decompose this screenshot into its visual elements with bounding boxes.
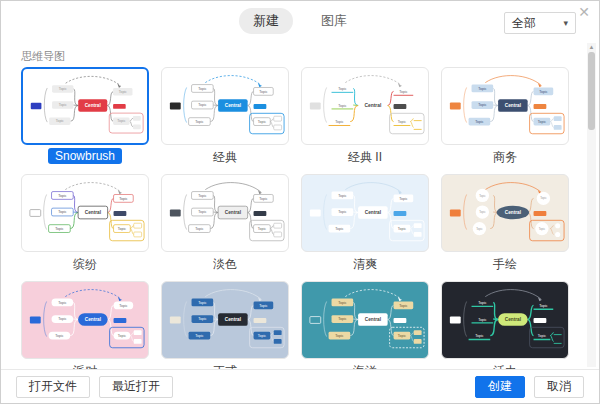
svg-text:Topic: Topic	[478, 103, 486, 107]
svg-text:Topic: Topic	[58, 194, 66, 198]
svg-text:Topic: Topic	[540, 196, 547, 200]
svg-text:Topic: Topic	[479, 210, 486, 214]
svg-text:Topic: Topic	[398, 120, 406, 124]
svg-text:Topic: Topic	[58, 210, 66, 214]
svg-text:Topic: Topic	[198, 87, 206, 91]
template-preview: TopicTopicTopicTopicTopicCentral	[302, 282, 428, 358]
filter-dropdown-value: 全部	[512, 15, 536, 32]
template-thumbnail-活力[interactable]: TopicTopicTopicTopicTopicCentral	[441, 281, 569, 359]
template-preview: TopicTopicTopicTopicTopicCentral	[23, 69, 147, 143]
svg-text:Topic: Topic	[335, 334, 343, 338]
svg-text:Topic: Topic	[118, 227, 126, 231]
template-thumbnail-派对[interactable]: TopicTopicTopicTopicTopicCentral	[21, 281, 149, 359]
svg-text:Topic: Topic	[55, 334, 63, 338]
svg-text:Topic: Topic	[478, 318, 486, 322]
template-preview: TopicTopicTopicTopicTopicCentral	[442, 68, 568, 144]
svg-text:Topic: Topic	[259, 197, 267, 201]
template-preview: TopicTopicTopicTopicTopicCentral	[162, 68, 288, 144]
svg-text:Central: Central	[85, 210, 101, 215]
svg-text:Topic: Topic	[478, 301, 486, 305]
template-thumbnail-海洋[interactable]: TopicTopicTopicTopicTopicCentral	[301, 281, 429, 359]
template-thumbnail-正式[interactable]: TopicTopicTopicTopicTopicCentral	[161, 281, 289, 359]
template-preview: TopicTopicTopicTopicTopicCentral	[442, 175, 568, 251]
filter-dropdown[interactable]: 全部 ▾	[504, 12, 576, 34]
svg-text:Topic: Topic	[335, 227, 343, 231]
cancel-button[interactable]: 取消	[534, 376, 584, 398]
template-area: 思维导图 TopicTopicTopicTopicTopicCentral Sn…	[1, 41, 599, 369]
template-thumbnail-Snowbrush[interactable]: TopicTopicTopicTopicTopicCentral	[21, 67, 149, 145]
close-icon[interactable]: ✕	[576, 4, 592, 20]
svg-text:Topic: Topic	[119, 90, 127, 94]
svg-text:Topic: Topic	[258, 334, 266, 338]
svg-text:Topic: Topic	[55, 227, 63, 231]
template-name: 淡色	[161, 256, 289, 273]
svg-text:Topic: Topic	[119, 197, 127, 201]
create-button[interactable]: 创建	[475, 376, 525, 398]
template-cell: TopicTopicTopicTopicTopicCentral 缤纷	[21, 174, 149, 273]
svg-text:Topic: Topic	[475, 120, 483, 124]
template-thumbnail-缤纷[interactable]: TopicTopicTopicTopicTopicCentral	[21, 174, 149, 252]
template-preview: TopicTopicTopicTopicTopicCentral	[22, 175, 148, 251]
template-name: 经典 II	[301, 149, 429, 166]
svg-text:Topic: Topic	[338, 104, 346, 108]
svg-text:Topic: Topic	[56, 119, 64, 123]
svg-text:Central: Central	[505, 317, 521, 322]
template-thumbnail-淡色[interactable]: TopicTopicTopicTopicTopicCentral	[161, 174, 289, 252]
svg-text:Topic: Topic	[259, 304, 267, 308]
template-thumbnail-手绘[interactable]: TopicTopicTopicTopicTopicCentral	[441, 174, 569, 252]
svg-text:Topic: Topic	[198, 103, 206, 107]
template-thumbnail-经典 II[interactable]: TopicTopicTopicTopicTopicCentral	[301, 67, 429, 145]
template-thumbnail-商务[interactable]: TopicTopicTopicTopicTopicCentral	[441, 67, 569, 145]
svg-text:Central: Central	[365, 317, 381, 322]
section-title-mindmap: 思维导图	[21, 49, 65, 64]
svg-text:Central: Central	[505, 210, 521, 215]
svg-text:Topic: Topic	[195, 227, 203, 231]
svg-text:Topic: Topic	[258, 120, 266, 124]
svg-text:Topic: Topic	[118, 334, 126, 338]
svg-text:Central: Central	[85, 317, 101, 322]
svg-text:Topic: Topic	[195, 120, 203, 124]
svg-text:Topic: Topic	[117, 119, 125, 123]
template-thumbnail-经典[interactable]: TopicTopicTopicTopicTopicCentral	[161, 67, 289, 145]
dialog-header: 新建 图库 全部 ▾ ✕	[1, 1, 599, 41]
template-preview: TopicTopicTopicTopicTopicCentral	[162, 282, 288, 358]
svg-text:Central: Central	[365, 210, 381, 215]
template-name: 手绘	[441, 256, 569, 273]
template-preview: TopicTopicTopicTopicTopicCentral	[302, 175, 428, 251]
tab-gallery[interactable]: 图库	[307, 8, 361, 34]
svg-text:Topic: Topic	[399, 304, 407, 308]
svg-text:Topic: Topic	[338, 87, 346, 91]
chevron-down-icon: ▾	[563, 18, 568, 28]
svg-text:Topic: Topic	[399, 197, 407, 201]
svg-text:Topic: Topic	[259, 90, 267, 94]
tab-new[interactable]: 新建	[239, 8, 293, 34]
svg-text:Topic: Topic	[335, 120, 343, 124]
new-document-dialog: 新建 图库 全部 ▾ ✕ 思维导图 TopicTopicTopicTopicTo…	[0, 0, 600, 404]
svg-text:Topic: Topic	[338, 210, 346, 214]
template-cell: TopicTopicTopicTopicTopicCentral 活力	[441, 281, 569, 369]
svg-text:Topic: Topic	[58, 317, 66, 321]
template-cell: TopicTopicTopicTopicTopicCentral 商务	[441, 67, 569, 166]
scrollbar-thumb[interactable]	[588, 52, 595, 130]
svg-text:Topic: Topic	[476, 227, 483, 231]
template-preview: TopicTopicTopicTopicTopicCentral	[162, 175, 288, 251]
svg-text:Central: Central	[85, 103, 101, 108]
template-cell: TopicTopicTopicTopicTopicCentral 经典	[161, 67, 289, 166]
svg-text:Topic: Topic	[198, 194, 206, 198]
svg-text:Topic: Topic	[59, 87, 67, 91]
open-file-button[interactable]: 打开文件	[16, 376, 90, 398]
svg-text:Topic: Topic	[479, 194, 486, 198]
svg-text:Topic: Topic	[338, 194, 346, 198]
svg-text:Topic: Topic	[475, 334, 483, 338]
svg-text:Topic: Topic	[119, 304, 127, 308]
svg-text:Topic: Topic	[398, 227, 406, 231]
svg-text:Topic: Topic	[258, 227, 266, 231]
scrollbar-up-icon[interactable]: ▲	[587, 43, 596, 51]
recent-files-button[interactable]: 最近打开	[99, 376, 173, 398]
svg-text:Topic: Topic	[538, 120, 546, 124]
scrollbar[interactable]: ▲	[587, 43, 596, 367]
template-cell: TopicTopicTopicTopicTopicCentral 正式	[161, 281, 289, 369]
svg-text:Topic: Topic	[338, 317, 346, 321]
template-cell: TopicTopicTopicTopicTopicCentral 手绘	[441, 174, 569, 273]
template-thumbnail-清爽[interactable]: TopicTopicTopicTopicTopicCentral	[301, 174, 429, 252]
